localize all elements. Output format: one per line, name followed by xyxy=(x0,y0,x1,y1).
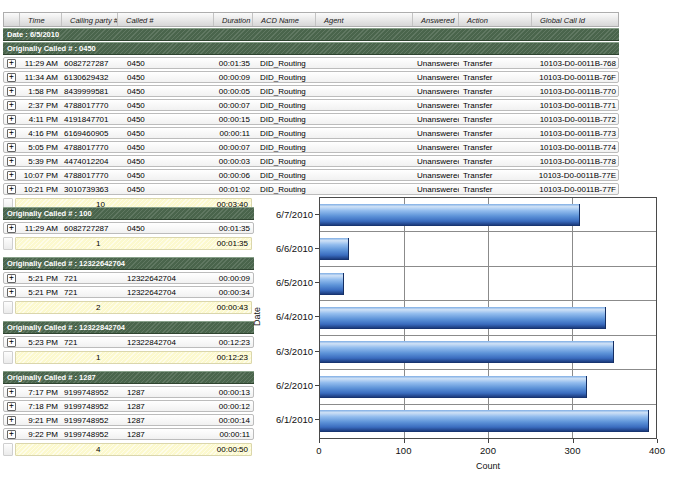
x-tick-mark xyxy=(657,439,658,443)
cell-time: 5:21 PM xyxy=(20,288,62,297)
call-row: + 11:29 AM 6082727287 0450 00:01:35 xyxy=(3,222,254,234)
expand-cell: + xyxy=(4,387,20,397)
chart-category-label: 6/7/2010 xyxy=(276,209,313,220)
expand-button[interactable]: + xyxy=(7,416,16,425)
group-band: Originally Called # : 1287 xyxy=(3,371,254,384)
cell-acd-name: DID_Routing xyxy=(253,185,316,194)
cell-duration: 00:01:35 xyxy=(214,59,253,68)
cell-called: 0450 xyxy=(118,115,214,124)
cell-calling-party: 8439999581 xyxy=(62,87,118,96)
expand-button[interactable]: + xyxy=(7,171,16,180)
cell-called: 12322642704 xyxy=(118,288,214,297)
chart-bar-row xyxy=(320,336,656,370)
chart-body: Date 6/7/2010 6/6/2010 6/5/2010 6/4/2010… xyxy=(250,197,676,439)
chart-bar-row xyxy=(320,301,656,335)
expand-button[interactable]: + xyxy=(7,87,16,96)
group-rows: + 5:21 PM 721 12322642704 00:00:09 + 5:2… xyxy=(3,272,254,298)
call-row: + 7:18 PM 9199748952 1287 00:00:12 xyxy=(3,400,254,412)
cell-time: 1:58 PM xyxy=(20,87,62,96)
chart-category-label: 6/4/2010 xyxy=(276,311,313,322)
expand-button[interactable]: + xyxy=(7,157,16,166)
expand-button[interactable]: + xyxy=(7,115,16,124)
cell-calling-party: 6082727287 xyxy=(62,224,118,233)
call-row: + 11:29 AM 6082727287 0450 00:01:35 DID_… xyxy=(3,57,619,69)
cell-called: 0450 xyxy=(118,224,214,233)
group-summary-row: 1 00:01:35 xyxy=(3,237,254,250)
top-group-rows: + 11:29 AM 6082727287 0450 00:01:35 DID_… xyxy=(3,57,619,195)
expand-button[interactable]: + xyxy=(7,430,16,439)
cell-time: 5:05 PM xyxy=(20,143,62,152)
call-row: + 1:58 PM 8439999581 0450 00:00:05 DID_R… xyxy=(3,85,619,97)
column-header-global-call-id: Global Call Id xyxy=(532,13,618,26)
chart-bar-rows xyxy=(320,198,656,438)
cell-called: 0450 xyxy=(118,129,214,138)
expand-button[interactable]: + xyxy=(7,338,16,347)
cell-duration: 00:00:12 xyxy=(214,402,253,411)
chart-bar-row xyxy=(320,370,656,404)
column-header-agent: Agent xyxy=(316,13,413,26)
expand-cell: + xyxy=(4,142,20,152)
column-header-calling-party: Calling party # xyxy=(62,13,118,26)
call-row: + 4:11 PM 4191847701 0450 00:00:15 DID_R… xyxy=(3,113,619,125)
cell-called: 0450 xyxy=(118,59,214,68)
expand-button[interactable]: + xyxy=(7,73,16,82)
chart-y-label-row: 6/4/2010 xyxy=(263,300,319,334)
cell-answered: Unanswered xyxy=(413,101,459,110)
column-header-action: Action xyxy=(459,13,532,26)
cell-global-call-id: 10103-D0-0011B-773 xyxy=(532,129,618,138)
cell-calling-party: 4191847701 xyxy=(62,115,118,124)
summary-duration-total: 00:00:50 xyxy=(217,445,248,454)
expand-cell: + xyxy=(4,72,20,82)
expand-button[interactable]: + xyxy=(7,129,16,138)
chart-category-label: 6/2/2010 xyxy=(276,380,313,391)
expand-button[interactable]: + xyxy=(7,274,16,283)
expand-button[interactable]: + xyxy=(7,59,16,68)
group-rows: + 11:29 AM 6082727287 0450 00:01:35 xyxy=(3,222,254,234)
cell-called: 1287 xyxy=(118,388,214,397)
cell-calling-party: 721 xyxy=(62,274,118,283)
cell-calling-party: 3010739363 xyxy=(62,185,118,194)
chart-bar-row xyxy=(320,267,656,301)
summary-count: 1 xyxy=(96,239,100,248)
expand-button[interactable]: + xyxy=(7,288,16,297)
cell-action: Transfer xyxy=(459,59,532,68)
expand-cell: + xyxy=(4,58,20,68)
cell-called: 0450 xyxy=(118,101,214,110)
group-rows: + 5:23 PM 721 12322842704 00:12:23 xyxy=(3,336,254,348)
cell-global-call-id: 10103-D0-0011B-77E xyxy=(532,171,618,180)
group-band-label: Originally Called # : 12322842704 xyxy=(7,323,125,332)
expand-button[interactable]: + xyxy=(7,224,16,233)
expand-button[interactable]: + xyxy=(7,388,16,397)
cell-action: Transfer xyxy=(459,101,532,110)
cell-acd-name: DID_Routing xyxy=(253,59,316,68)
summary-duration-total: 00:01:35 xyxy=(217,239,248,248)
group-summary-row: 2 00:00:43 xyxy=(3,301,254,314)
column-header-expand xyxy=(4,13,20,26)
expand-cell: + xyxy=(4,287,20,297)
cell-action: Transfer xyxy=(459,73,532,82)
expand-button[interactable]: + xyxy=(7,101,16,110)
cell-global-call-id: 10103-D0-0011B-76F xyxy=(532,73,618,82)
expand-cell: + xyxy=(4,156,20,166)
x-tick-mark xyxy=(488,439,489,443)
expand-button[interactable]: + xyxy=(7,185,16,194)
cell-action: Transfer xyxy=(459,129,532,138)
cell-answered: Unanswered xyxy=(413,185,459,194)
group-summary-row: 4 00:00:50 xyxy=(3,443,254,456)
summary-band: 4 00:00:50 xyxy=(15,443,252,456)
cell-duration: 00:00:11 xyxy=(214,430,253,439)
expand-cell: + xyxy=(4,114,20,124)
cell-duration: 00:00:14 xyxy=(214,416,253,425)
cell-duration: 00:00:15 xyxy=(214,115,253,124)
summary-count: 4 xyxy=(96,445,100,454)
chart-category-label: 6/5/2010 xyxy=(276,277,313,288)
expand-button[interactable]: + xyxy=(7,143,16,152)
cell-called: 12322642704 xyxy=(118,274,214,283)
cell-duration: 00:00:09 xyxy=(214,274,253,283)
cell-time: 10:07 PM xyxy=(20,171,62,180)
expand-button[interactable]: + xyxy=(7,402,16,411)
cell-duration: 00:00:05 xyxy=(214,87,253,96)
cell-duration: 00:12:23 xyxy=(214,338,253,347)
cell-calling-party: 4788017770 xyxy=(62,143,118,152)
cell-called: 0450 xyxy=(118,157,214,166)
